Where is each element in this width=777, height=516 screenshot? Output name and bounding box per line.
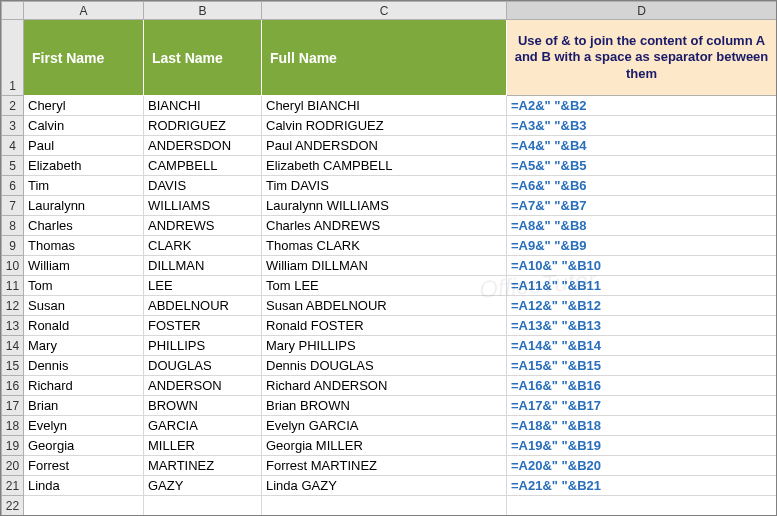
formula-cell[interactable]: =A17&" "&B17 — [507, 396, 777, 416]
row-header[interactable]: 5 — [2, 156, 24, 176]
data-cell[interactable]: Calvin — [24, 116, 144, 136]
header-full-name[interactable]: Full Name — [262, 20, 507, 96]
row-header[interactable]: 20 — [2, 456, 24, 476]
row-header[interactable]: 22 — [2, 496, 24, 516]
row-header[interactable]: 18 — [2, 416, 24, 436]
row-header[interactable]: 19 — [2, 436, 24, 456]
formula-cell[interactable]: =A12&" "&B12 — [507, 296, 777, 316]
data-cell[interactable]: PHILLIPS — [144, 336, 262, 356]
data-cell[interactable]: Charles — [24, 216, 144, 236]
row-header[interactable]: 8 — [2, 216, 24, 236]
data-cell[interactable]: Elizabeth — [24, 156, 144, 176]
empty-cell[interactable] — [262, 496, 507, 516]
row-header[interactable]: 3 — [2, 116, 24, 136]
row-header[interactable]: 7 — [2, 196, 24, 216]
row-header[interactable]: 4 — [2, 136, 24, 156]
data-cell[interactable]: Forrest — [24, 456, 144, 476]
formula-cell[interactable]: =A8&" "&B8 — [507, 216, 777, 236]
row-header[interactable]: 9 — [2, 236, 24, 256]
data-cell[interactable]: Dennis — [24, 356, 144, 376]
empty-cell[interactable] — [144, 496, 262, 516]
row-header[interactable]: 16 — [2, 376, 24, 396]
data-cell[interactable]: Tim DAVIS — [262, 176, 507, 196]
data-cell[interactable]: CLARK — [144, 236, 262, 256]
data-cell[interactable]: Lauralynn WILLIAMS — [262, 196, 507, 216]
col-header-A[interactable]: A — [24, 2, 144, 20]
row-header[interactable]: 14 — [2, 336, 24, 356]
formula-cell[interactable]: =A20&" "&B20 — [507, 456, 777, 476]
data-cell[interactable]: MARTINEZ — [144, 456, 262, 476]
data-cell[interactable]: William — [24, 256, 144, 276]
data-cell[interactable]: Thomas — [24, 236, 144, 256]
col-header-C[interactable]: C — [262, 2, 507, 20]
data-cell[interactable]: Cheryl BIANCHI — [262, 96, 507, 116]
data-cell[interactable]: DAVIS — [144, 176, 262, 196]
formula-cell[interactable]: =A10&" "&B10 — [507, 256, 777, 276]
formula-cell[interactable]: =A11&" "&B11 — [507, 276, 777, 296]
data-cell[interactable]: GARCIA — [144, 416, 262, 436]
data-cell[interactable]: Forrest MARTINEZ — [262, 456, 507, 476]
data-cell[interactable]: Calvin RODRIGUEZ — [262, 116, 507, 136]
header-explanation[interactable]: Use of & to join the content of column A… — [507, 20, 777, 96]
data-cell[interactable]: GAZY — [144, 476, 262, 496]
data-cell[interactable]: ANDREWS — [144, 216, 262, 236]
data-cell[interactable]: RODRIGUEZ — [144, 116, 262, 136]
data-cell[interactable]: Mary PHILLIPS — [262, 336, 507, 356]
data-cell[interactable]: Dennis DOUGLAS — [262, 356, 507, 376]
data-cell[interactable]: FOSTER — [144, 316, 262, 336]
formula-cell[interactable]: =A2&" "&B2 — [507, 96, 777, 116]
row-header[interactable]: 15 — [2, 356, 24, 376]
data-cell[interactable]: Thomas CLARK — [262, 236, 507, 256]
row-header[interactable]: 12 — [2, 296, 24, 316]
data-cell[interactable]: Linda GAZY — [262, 476, 507, 496]
col-header-D[interactable]: D — [507, 2, 777, 20]
data-cell[interactable]: Paul — [24, 136, 144, 156]
formula-cell[interactable]: =A9&" "&B9 — [507, 236, 777, 256]
formula-cell[interactable]: =A7&" "&B7 — [507, 196, 777, 216]
data-cell[interactable]: Susan — [24, 296, 144, 316]
empty-cell[interactable] — [507, 496, 777, 516]
data-cell[interactable]: Georgia — [24, 436, 144, 456]
row-header[interactable]: 11 — [2, 276, 24, 296]
row-header[interactable]: 10 — [2, 256, 24, 276]
formula-cell[interactable]: =A4&" "&B4 — [507, 136, 777, 156]
empty-cell[interactable] — [24, 496, 144, 516]
data-cell[interactable]: DOUGLAS — [144, 356, 262, 376]
data-cell[interactable]: Evelyn GARCIA — [262, 416, 507, 436]
data-cell[interactable]: Tom LEE — [262, 276, 507, 296]
data-cell[interactable]: Tim — [24, 176, 144, 196]
formula-cell[interactable]: =A13&" "&B13 — [507, 316, 777, 336]
data-cell[interactable]: Elizabeth CAMPBELL — [262, 156, 507, 176]
data-cell[interactable]: BROWN — [144, 396, 262, 416]
data-cell[interactable]: Mary — [24, 336, 144, 356]
data-cell[interactable]: Brian — [24, 396, 144, 416]
data-cell[interactable]: William DILLMAN — [262, 256, 507, 276]
data-cell[interactable]: WILLIAMS — [144, 196, 262, 216]
data-cell[interactable]: Charles ANDREWS — [262, 216, 507, 236]
data-cell[interactable]: Tom — [24, 276, 144, 296]
data-cell[interactable]: ANDERSDON — [144, 136, 262, 156]
spreadsheet-grid[interactable]: A B C D 1 First Name Last Name Full Name… — [1, 1, 777, 516]
data-cell[interactable]: BIANCHI — [144, 96, 262, 116]
data-cell[interactable]: Evelyn — [24, 416, 144, 436]
row-header[interactable]: 6 — [2, 176, 24, 196]
data-cell[interactable]: ANDERSON — [144, 376, 262, 396]
data-cell[interactable]: Lauralynn — [24, 196, 144, 216]
row-header[interactable]: 17 — [2, 396, 24, 416]
data-cell[interactable]: ABDELNOUR — [144, 296, 262, 316]
data-cell[interactable]: Georgia MILLER — [262, 436, 507, 456]
data-cell[interactable]: Richard ANDERSON — [262, 376, 507, 396]
formula-cell[interactable]: =A15&" "&B15 — [507, 356, 777, 376]
data-cell[interactable]: CAMPBELL — [144, 156, 262, 176]
data-cell[interactable]: Ronald — [24, 316, 144, 336]
header-first-name[interactable]: First Name — [24, 20, 144, 96]
col-header-B[interactable]: B — [144, 2, 262, 20]
formula-cell[interactable]: =A5&" "&B5 — [507, 156, 777, 176]
data-cell[interactable]: Ronald FOSTER — [262, 316, 507, 336]
formula-cell[interactable]: =A18&" "&B18 — [507, 416, 777, 436]
row-header[interactable]: 2 — [2, 96, 24, 116]
formula-cell[interactable]: =A16&" "&B16 — [507, 376, 777, 396]
formula-cell[interactable]: =A3&" "&B3 — [507, 116, 777, 136]
data-cell[interactable]: DILLMAN — [144, 256, 262, 276]
formula-cell[interactable]: =A6&" "&B6 — [507, 176, 777, 196]
